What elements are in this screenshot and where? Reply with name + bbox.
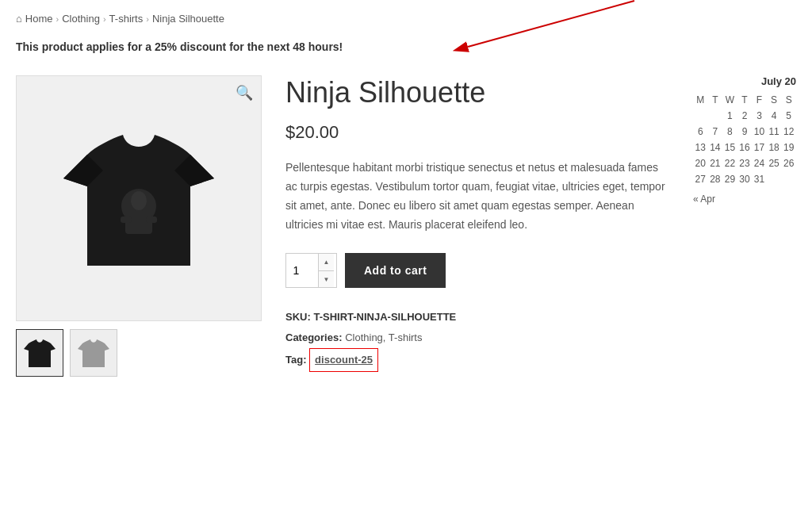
calendar-day: 15: [722, 140, 737, 155]
calendar-nav: « Apr: [693, 194, 796, 205]
sku-row: SKU: T-SHIRT-NINJA-SILHOUETTE: [285, 307, 669, 328]
tag-box: discount-25: [309, 348, 378, 372]
calendar-day: 3: [752, 108, 767, 124]
tag-row: Tag: discount-25: [285, 348, 669, 372]
svg-rect-5: [121, 217, 132, 223]
svg-rect-6: [146, 217, 157, 223]
discount-banner: This product applies for a 25% discount …: [16, 40, 343, 53]
thumbnail-gray[interactable]: [70, 329, 117, 377]
calendar-day-header: W: [722, 92, 737, 108]
calendar-day: 7: [708, 124, 723, 140]
thumbnail-row: [16, 329, 262, 377]
svg-point-3: [131, 191, 147, 210]
product-meta: SKU: T-SHIRT-NINJA-SILHOUETTE Categories…: [285, 307, 669, 372]
calendar-day: 4: [767, 108, 782, 124]
product-details: Ninja Silhouette $20.00 Pellentesque hab…: [285, 75, 669, 372]
calendar-day: 24: [752, 155, 767, 171]
calendar-day: 6: [693, 124, 708, 140]
sidebar: July 20 MTWTFSS 123456789101112131415161…: [693, 75, 796, 205]
sku-value: T-SHIRT-NINJA-SILHOUETTE: [313, 311, 456, 323]
zoom-icon[interactable]: 🔍: [236, 84, 253, 102]
calendar-title: July 20: [693, 75, 796, 87]
main-image: 🔍: [16, 75, 262, 321]
quantity-up[interactable]: ▲: [319, 254, 334, 271]
breadcrumb-tshirts[interactable]: T-shirts: [109, 13, 144, 25]
calendar-day: 29: [722, 171, 737, 187]
product-title: Ninja Silhouette: [285, 75, 669, 109]
calendar-day: 30: [737, 171, 753, 187]
categories-label: Categories:: [285, 331, 343, 343]
calendar-day-header: S: [767, 92, 782, 108]
calendar-day: 12: [781, 124, 796, 140]
category-clothing[interactable]: Clothing: [345, 331, 383, 343]
add-to-cart-button[interactable]: Add to cart: [345, 253, 446, 288]
tag-link[interactable]: discount-25: [315, 354, 373, 366]
main-content: 🔍: [16, 75, 796, 377]
calendar-day: 20: [693, 155, 708, 171]
calendar-day: 18: [767, 140, 782, 155]
discount-section: This product applies for a 25% discount …: [16, 40, 796, 67]
product-images: 🔍: [16, 75, 262, 377]
calendar-day: 28: [708, 171, 723, 187]
calendar-day-header: T: [737, 92, 753, 108]
quantity-down[interactable]: ▼: [319, 271, 334, 288]
home-icon: ⌂: [16, 13, 22, 25]
calendar-day: 31: [752, 171, 767, 187]
calendar-day: [693, 108, 708, 124]
product-description: Pellentesque habitant morbi tristique se…: [285, 159, 669, 234]
calendar-day: 1: [722, 108, 737, 124]
calendar-day-header: F: [752, 92, 767, 108]
calendar-day: 17: [752, 140, 767, 155]
calendar-day: 9: [737, 124, 753, 140]
calendar-day-header: T: [708, 92, 723, 108]
calendar-day: 16: [737, 140, 753, 155]
calendar-day: 13: [693, 140, 708, 155]
calendar-day: [708, 108, 723, 124]
tag-label: Tag:: [285, 354, 306, 366]
category-tshirts[interactable]: T-shirts: [389, 331, 423, 343]
breadcrumb-home[interactable]: Home: [25, 13, 53, 25]
calendar-day: 23: [737, 155, 753, 171]
calendar-table: MTWTFSS 12345678910111213141516171819202…: [693, 92, 796, 187]
thumbnail-black[interactable]: [16, 329, 63, 377]
calendar-day: [767, 171, 782, 187]
calendar-day: 26: [781, 155, 796, 171]
calendar-day: 21: [708, 155, 723, 171]
calendar-day-header: M: [693, 92, 708, 108]
calendar-prev[interactable]: « Apr: [693, 194, 715, 205]
calendar-day: 10: [752, 124, 767, 140]
calendar-day: 11: [767, 124, 782, 140]
breadcrumb-current: Ninja Silhouette: [152, 13, 224, 25]
calendar-day: 25: [767, 155, 782, 171]
calendar-day: 5: [781, 108, 796, 124]
annotation-arrow: [404, 0, 642, 56]
calendar-day: 27: [693, 171, 708, 187]
breadcrumb-clothing[interactable]: Clothing: [62, 13, 100, 25]
product-image-main: [63, 115, 214, 282]
add-to-cart-row: ▲ ▼ Add to cart: [285, 253, 669, 288]
quantity-input[interactable]: [286, 254, 318, 287]
product-price: $20.00: [285, 122, 669, 143]
breadcrumb: ⌂ Home › Clothing › T-shirts › Ninja Sil…: [16, 13, 796, 25]
categories-row: Categories: Clothing, T-shirts: [285, 328, 669, 348]
calendar-day: 14: [708, 140, 723, 155]
calendar-day-header: S: [781, 92, 796, 108]
calendar-day: 19: [781, 140, 796, 155]
calendar-day: 8: [722, 124, 737, 140]
calendar-day: 22: [722, 155, 737, 171]
sku-label: SKU:: [285, 311, 311, 323]
calendar-day: [781, 171, 796, 187]
quantity-container: ▲ ▼: [285, 253, 337, 288]
calendar-day: 2: [737, 108, 753, 124]
